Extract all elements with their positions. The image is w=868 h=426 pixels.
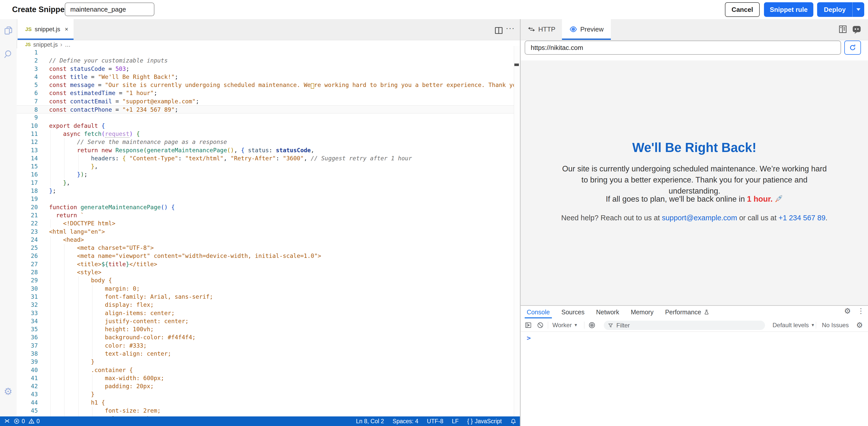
docs-book-icon[interactable]: [838, 24, 848, 34]
code-line[interactable]: 18};: [17, 187, 514, 195]
line-number[interactable]: 32: [17, 301, 38, 309]
code-line[interactable]: 46 color: #0056b3;: [17, 415, 514, 417]
code-line[interactable]: 3const statusCode = 503;: [17, 65, 514, 73]
code-line[interactable]: 20function generateMaintenancePage() {: [17, 203, 514, 211]
code-line[interactable]: 12 // Serve the maintenance page as a re…: [17, 138, 514, 146]
code-line[interactable]: 10export default {: [17, 122, 514, 130]
line-number[interactable]: 7: [17, 97, 38, 105]
code-line[interactable]: 11 async fetch(request) {: [17, 130, 514, 138]
line-number[interactable]: 5: [17, 81, 38, 89]
line-number[interactable]: 45: [17, 406, 38, 415]
code-line[interactable]: 9: [17, 113, 514, 121]
line-number[interactable]: 40: [17, 366, 38, 374]
line-number[interactable]: 3: [17, 65, 38, 73]
deploy-split-button[interactable]: Deploy: [817, 2, 864, 17]
code-line[interactable]: 45 font-size: 2rem;: [17, 406, 514, 415]
line-number[interactable]: 43: [17, 390, 38, 398]
line-number[interactable]: 18: [17, 187, 38, 195]
warnings-indicator[interactable]: 0: [28, 418, 40, 425]
console-settings-gear-icon[interactable]: ⚙: [856, 319, 863, 332]
indentation-indicator[interactable]: Spaces: 4: [393, 418, 418, 425]
code-line[interactable]: 26 <meta name="viewport" content="width=…: [17, 252, 514, 260]
code-line[interactable]: 42 padding: 20px;: [17, 382, 514, 390]
code-line[interactable]: 15 },: [17, 162, 514, 170]
settings-gear-icon[interactable]: ⚙: [4, 387, 13, 396]
breadcrumb[interactable]: JS snippet.js › …: [25, 40, 70, 49]
code-line[interactable]: 6const estimatedTime = "1 hour";: [17, 89, 514, 97]
code-line[interactable]: 16 });: [17, 170, 514, 178]
code-line[interactable]: 17 },: [17, 179, 514, 187]
line-number[interactable]: 12: [17, 138, 38, 146]
line-number[interactable]: 20: [17, 203, 38, 211]
line-number[interactable]: 24: [17, 236, 38, 244]
errors-indicator[interactable]: 0: [13, 418, 25, 425]
tab-http[interactable]: HTTP: [528, 19, 555, 39]
code-line[interactable]: 4const title = "We'll Be Right Back!";: [17, 73, 514, 81]
code-line[interactable]: 34 justify-content: center;: [17, 317, 514, 325]
devtools-tab-network[interactable]: Network: [596, 306, 619, 318]
code-line[interactable]: 5const message = "Our site is currently …: [17, 81, 514, 89]
clear-console-icon[interactable]: [537, 319, 544, 332]
code-line[interactable]: 19: [17, 195, 514, 203]
line-number[interactable]: 27: [17, 260, 38, 268]
line-number[interactable]: 38: [17, 350, 38, 358]
line-number[interactable]: 11: [17, 130, 38, 138]
editor-more-actions-icon[interactable]: ···: [506, 24, 515, 32]
snippet-rule-button[interactable]: Snippet rule: [764, 2, 813, 17]
contact-phone-link[interactable]: +1 234 567 89: [779, 214, 826, 222]
code-editor[interactable]: 12// Define your customizable inputs3con…: [17, 48, 514, 417]
code-line[interactable]: 30 margin: 0;: [17, 285, 514, 293]
devtools-tab-performance[interactable]: Performance: [665, 306, 709, 318]
close-tab-icon[interactable]: ×: [65, 26, 68, 33]
language-indicator[interactable]: { } JavaScript: [467, 418, 502, 425]
devtools-tab-sources[interactable]: Sources: [561, 306, 585, 318]
line-number[interactable]: 34: [17, 317, 38, 325]
code-line[interactable]: 2// Define your customizable inputs: [17, 56, 514, 64]
line-number[interactable]: 17: [17, 179, 38, 187]
code-line[interactable]: 33 align-items: center;: [17, 309, 514, 317]
line-number[interactable]: 35: [17, 325, 38, 333]
code-line[interactable]: 13 return new Response(generateMaintenan…: [17, 146, 514, 154]
line-col-indicator[interactable]: Ln 8, Col 2: [356, 418, 384, 425]
chat-support-icon[interactable]: [851, 24, 862, 35]
search-icon[interactable]: [4, 49, 13, 59]
line-number[interactable]: 10: [17, 122, 38, 130]
code-line[interactable]: 27 <title>${title}</title>: [17, 260, 514, 268]
code-line[interactable]: 25 <meta charset="UTF-8">: [17, 244, 514, 252]
code-line[interactable]: 31 font-family: Arial, sans-serif;: [17, 293, 514, 301]
code-line[interactable]: 41 max-width: 600px;: [17, 374, 514, 382]
line-number[interactable]: 9: [17, 113, 38, 121]
devtools-settings-gear-icon[interactable]: ⚙: [844, 307, 851, 315]
line-number[interactable]: 2: [17, 56, 38, 64]
code-line[interactable]: 43 }: [17, 390, 514, 398]
preview-url-input[interactable]: [525, 40, 841, 55]
issues-counter[interactable]: No Issues: [822, 319, 849, 332]
code-line[interactable]: 37 color: #333;: [17, 342, 514, 350]
devtools-tab-memory[interactable]: Memory: [631, 306, 653, 318]
line-number[interactable]: 13: [17, 146, 38, 154]
snippet-name-input[interactable]: [65, 2, 154, 16]
support-email-link[interactable]: support@example.com: [662, 214, 737, 222]
console-sidebar-toggle-icon[interactable]: [525, 319, 532, 332]
code-line[interactable]: 7const contactEmail = "support@example.c…: [17, 97, 514, 105]
line-number[interactable]: 39: [17, 358, 38, 366]
line-number[interactable]: 42: [17, 382, 38, 390]
editor-scrollbar[interactable]: [514, 46, 520, 417]
line-number[interactable]: 23: [17, 228, 38, 236]
code-line[interactable]: 28 <style>: [17, 268, 514, 276]
notifications-bell-icon[interactable]: [510, 418, 516, 424]
line-number[interactable]: 29: [17, 276, 38, 284]
deploy-button[interactable]: Deploy: [817, 6, 852, 13]
remote-indicator-icon[interactable]: [4, 418, 10, 424]
split-editor-icon[interactable]: [494, 26, 503, 35]
code-line[interactable]: 38 text-align: center;: [17, 350, 514, 358]
line-number[interactable]: 31: [17, 293, 38, 301]
code-line[interactable]: 1: [17, 48, 514, 56]
devtools-menu-kebab-icon[interactable]: ⋮: [858, 308, 865, 315]
line-number[interactable]: 46: [17, 415, 38, 417]
tab-snippet-js[interactable]: JS snippet.js ×: [18, 19, 73, 39]
code-line[interactable]: 44 h1 {: [17, 399, 514, 406]
live-expression-eye-icon[interactable]: [588, 319, 596, 332]
line-number[interactable]: 37: [17, 342, 38, 350]
line-number[interactable]: 41: [17, 374, 38, 382]
